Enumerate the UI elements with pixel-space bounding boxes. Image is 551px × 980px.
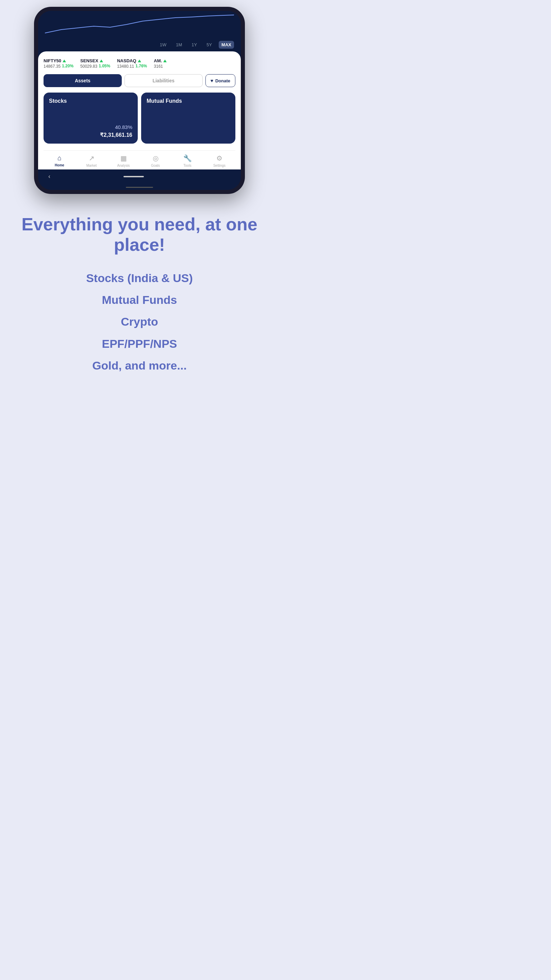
home-icon: ⌂ xyxy=(57,154,62,162)
donate-button[interactable]: ♥ Donate xyxy=(205,74,235,87)
nasdaq-arrow-icon xyxy=(138,60,141,62)
asset-cards: Stocks 40.83% ₹2,31,661.16 Mutual Funds xyxy=(43,92,235,143)
goals-icon: ◎ xyxy=(153,154,159,162)
assets-toggle[interactable]: Assets xyxy=(43,74,122,87)
home-pill xyxy=(124,176,144,177)
text-section: Everything you need, at one place! Stock… xyxy=(0,201,279,395)
phone-screen: 1W 1M 1Y 5Y MAX NIFTY50 14867.35 xyxy=(38,11,241,190)
tab-1y[interactable]: 1Y xyxy=(189,41,200,49)
stocks-amount: ₹2,31,661.16 xyxy=(100,132,132,138)
feature-stocks: Stocks (India & US) xyxy=(86,269,193,287)
settings-icon: ⚙ xyxy=(216,154,222,162)
nav-market-label: Market xyxy=(86,164,97,167)
liabilities-toggle[interactable]: Liabilities xyxy=(124,74,203,87)
index-sensex: SENSEX 50029.83 1.05% xyxy=(80,58,110,69)
stocks-card[interactable]: Stocks 40.83% ₹2,31,661.16 xyxy=(43,92,138,143)
white-card: NIFTY50 14867.35 1.20% SENSEX xyxy=(38,51,241,169)
feature-gold: Gold, and more... xyxy=(92,356,187,375)
toggle-row: Assets Liabilities ♥ Donate xyxy=(43,74,235,87)
am-arrow-icon xyxy=(163,60,167,62)
nav-settings-label: Settings xyxy=(213,164,225,167)
index-nifty50: NIFTY50 14867.35 1.20% xyxy=(43,58,73,69)
time-tabs-row: 1W 1M 1Y 5Y MAX xyxy=(38,38,241,51)
nav-tools-label: Tools xyxy=(183,164,191,167)
nav-goals[interactable]: ◎ Goals xyxy=(140,154,171,167)
nav-analysis-label: Analysis xyxy=(117,164,130,167)
tools-icon: 🔧 xyxy=(183,154,192,162)
sensex-arrow-icon xyxy=(100,60,103,62)
tab-5y[interactable]: 5Y xyxy=(204,41,214,49)
tab-1m[interactable]: 1M xyxy=(173,41,185,49)
phone-outer: 1W 1M 1Y 5Y MAX NIFTY50 14867.35 xyxy=(34,7,245,194)
market-icon: ↗ xyxy=(89,154,95,162)
nav-goals-label: Goals xyxy=(151,164,160,167)
chart-area xyxy=(38,11,241,38)
bottom-nav: ⌂ Home ↗ Market ▦ Analysis ◎ Goals xyxy=(43,150,235,169)
mutual-funds-card-title: Mutual Funds xyxy=(147,98,230,104)
phone-wrapper: 1W 1M 1Y 5Y MAX NIFTY50 14867.35 xyxy=(0,0,279,201)
nav-settings[interactable]: ⚙ Settings xyxy=(203,154,235,167)
stocks-card-title: Stocks xyxy=(49,98,132,104)
nav-home-label: Home xyxy=(55,163,64,167)
nifty-arrow-icon xyxy=(63,60,66,62)
index-am: AM. 3161 xyxy=(154,58,167,69)
phone-system-bar: ‹ xyxy=(38,169,241,185)
indices-row: NIFTY50 14867.35 1.20% SENSEX xyxy=(43,58,235,69)
analysis-icon: ▦ xyxy=(121,154,127,162)
feature-epf: EPF/PPF/NPS xyxy=(102,334,177,353)
feature-mutual-funds: Mutual Funds xyxy=(102,291,177,309)
tab-max[interactable]: MAX xyxy=(219,41,234,49)
scroll-indicator xyxy=(126,187,153,188)
nav-market[interactable]: ↗ Market xyxy=(76,154,108,167)
index-nasdaq: NASDAQ 13480.11 1.76% xyxy=(117,58,147,69)
back-arrow-icon[interactable]: ‹ xyxy=(48,173,50,180)
feature-crypto: Crypto xyxy=(121,312,158,331)
heart-icon: ♥ xyxy=(211,78,213,83)
mutual-funds-card[interactable]: Mutual Funds xyxy=(141,92,235,143)
nav-analysis[interactable]: ▦ Analysis xyxy=(108,154,140,167)
nav-home[interactable]: ⌂ Home xyxy=(43,154,76,167)
headline: Everything you need, at one place! xyxy=(14,215,265,255)
nav-tools[interactable]: 🔧 Tools xyxy=(171,154,203,167)
tab-1w[interactable]: 1W xyxy=(157,41,169,49)
stocks-percent: 40.83% xyxy=(115,124,132,130)
